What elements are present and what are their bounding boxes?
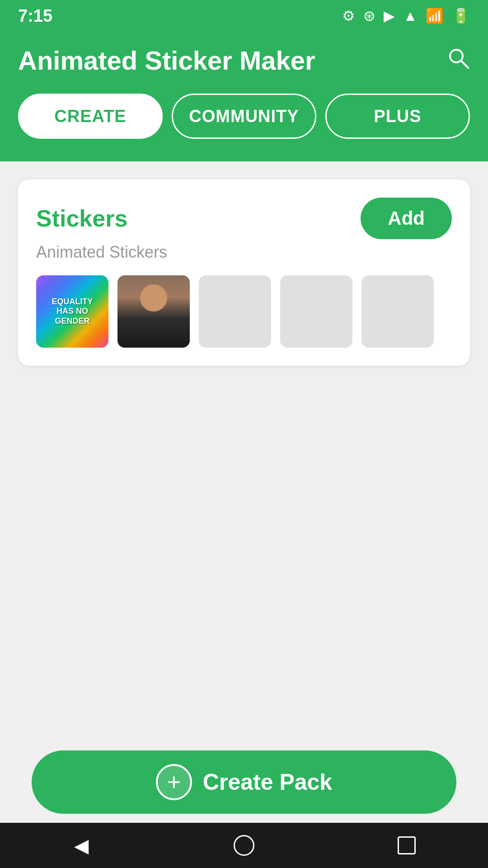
- wifi-icon: ▲: [403, 8, 418, 24]
- create-pack-label: Create Pack: [203, 769, 332, 795]
- add-sticker-button[interactable]: Add: [361, 198, 452, 239]
- at-icon: ⊛: [363, 7, 375, 24]
- status-icons: ⚙ ⊛ ▶ ▲ 📶 🔋: [342, 7, 470, 24]
- settings-icon: ⚙: [342, 7, 355, 24]
- status-bar: 7:15 ⚙ ⊛ ▶ ▲ 📶 🔋: [0, 0, 488, 32]
- plus-circle-icon: +: [156, 764, 192, 800]
- sticker-slot-empty-1[interactable]: [199, 275, 271, 348]
- home-button[interactable]: [226, 827, 262, 863]
- home-circle-icon: [234, 835, 254, 856]
- sticker-row: EQUALITYHAS NOGENDER: [36, 275, 452, 348]
- header: Animated Sticker Maker: [0, 32, 488, 94]
- sticker-card: Stickers Add Animated Stickers EQUALITYH…: [18, 179, 470, 366]
- tab-community[interactable]: COMMUNITY: [172, 94, 316, 139]
- svg-line-1: [461, 61, 468, 68]
- recent-apps-button[interactable]: [389, 827, 425, 863]
- tabs-container: CREATE COMMUNITY PLUS: [0, 94, 488, 161]
- bottom-nav: ◀: [0, 823, 488, 868]
- battery-icon: 🔋: [452, 7, 470, 24]
- sticker-card-header: Stickers Add: [36, 198, 452, 239]
- youtube-icon: ▶: [384, 7, 395, 24]
- back-icon: ◀: [74, 835, 89, 857]
- main-content: Stickers Add Animated Stickers EQUALITYH…: [0, 161, 488, 384]
- sticker-slot-empty-3[interactable]: [361, 275, 434, 348]
- sticker-card-subtitle: Animated Stickers: [36, 243, 452, 262]
- back-button[interactable]: ◀: [63, 827, 99, 863]
- sticker-item-2[interactable]: [117, 275, 190, 348]
- sticker-card-title: Stickers: [36, 205, 127, 232]
- create-pack-button[interactable]: + Create Pack: [32, 750, 456, 814]
- search-icon[interactable]: [446, 46, 470, 75]
- sticker-slot-empty-2[interactable]: [280, 275, 352, 348]
- status-time: 7:15: [18, 6, 52, 26]
- signal-icon: 📶: [426, 7, 444, 24]
- app-title: Animated Sticker Maker: [18, 45, 315, 75]
- person-head: [140, 284, 167, 311]
- tab-create[interactable]: CREATE: [18, 94, 163, 139]
- sticker-holographic-text: EQUALITYHAS NOGENDER: [48, 293, 96, 330]
- sticker-item-1[interactable]: EQUALITYHAS NOGENDER: [36, 275, 108, 348]
- recent-square-icon: [398, 836, 416, 854]
- tab-plus[interactable]: PLUS: [325, 94, 470, 139]
